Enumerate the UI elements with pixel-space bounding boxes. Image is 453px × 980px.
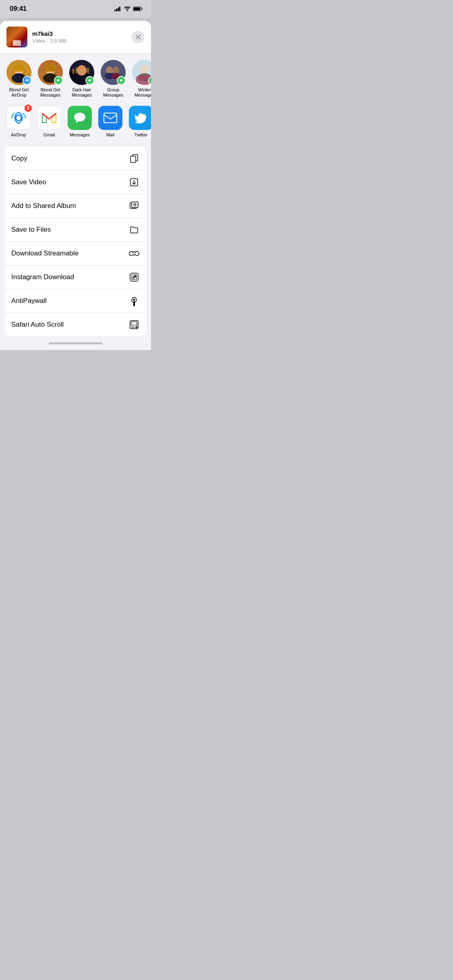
apps-section: 2 AirDrop Gmail — [0, 103, 151, 144]
share-subtitle: Video · 3.8 MB — [32, 38, 127, 44]
app-item-twitter[interactable]: Twitter — [129, 106, 151, 137]
action-copy[interactable]: Copy — [5, 147, 146, 171]
messages-icon-large — [72, 111, 87, 125]
gmail-app-icon — [37, 106, 61, 130]
messages-app-icon — [68, 106, 92, 130]
app-item-messages[interactable]: Messages — [68, 106, 92, 137]
svg-point-41 — [151, 78, 151, 82]
contact-item[interactable]: GroupMessages — [101, 60, 126, 98]
airdrop-icon-small — [24, 78, 30, 83]
contact-avatar-wrap — [38, 60, 63, 85]
share-header: m7kai3 Video · 3.8 MB — [0, 21, 151, 54]
status-time: 09:41 — [10, 5, 27, 13]
svg-point-10 — [26, 80, 28, 81]
status-icons — [114, 6, 143, 11]
svg-point-53 — [134, 204, 135, 205]
airdrop-badge — [23, 76, 31, 85]
action-safari-auto-scroll[interactable]: Safari Auto Scroll — [5, 313, 146, 336]
contact-name-1: Blond GirlAirDrop — [9, 87, 29, 98]
contact-avatar-wrap — [101, 60, 126, 85]
action-shared-album[interactable]: Add to Shared Album — [5, 194, 146, 218]
antipaywall-icon — [128, 295, 140, 307]
svg-rect-5 — [134, 8, 141, 10]
status-bar: 09:41 — [0, 0, 151, 18]
app-icon-wrap-mail — [98, 106, 122, 130]
copy-label: Copy — [11, 154, 27, 163]
contacts-section: Blond GirlAirDrop — [0, 54, 151, 103]
svg-point-45 — [74, 113, 85, 121]
save-files-icon — [128, 224, 140, 235]
app-icon-wrap-messages — [68, 106, 92, 130]
airdrop-badge-count: 2 — [24, 104, 32, 112]
svg-point-16 — [57, 79, 60, 81]
save-files-label: Save to Files — [11, 226, 51, 234]
svg-rect-46 — [104, 113, 117, 123]
instagram-download-icon — [128, 272, 140, 283]
save-video-label: Save Video — [11, 178, 46, 186]
action-antipaywall[interactable]: AntiPaywall — [5, 289, 146, 313]
svg-point-35 — [120, 79, 123, 81]
svg-rect-48 — [130, 156, 136, 163]
action-instagram-download[interactable]: Instagram Download — [5, 266, 146, 289]
svg-rect-23 — [76, 67, 77, 74]
svg-point-25 — [77, 65, 87, 76]
mail-label: Mail — [106, 132, 114, 137]
messages-icon-small-3 — [118, 78, 124, 83]
close-icon — [135, 34, 141, 40]
contact-name-4: GroupMessages — [103, 87, 123, 98]
gmail-label: Gmail — [43, 132, 55, 137]
svg-rect-22 — [72, 69, 74, 74]
gmail-icon — [41, 112, 57, 124]
share-thumbnail — [6, 27, 27, 47]
app-icon-wrap-gmail — [37, 106, 61, 130]
action-download-streamable[interactable]: Download Streamable — [5, 242, 146, 266]
contact-item[interactable]: WinterMessages — [132, 60, 151, 98]
svg-point-58 — [133, 299, 135, 301]
airdrop-icon — [11, 110, 26, 126]
home-indicator — [0, 336, 151, 350]
action-save-video[interactable]: Save Video — [5, 171, 146, 194]
share-title: m7kai3 — [32, 30, 127, 37]
antipaywall-label: AntiPaywall — [11, 297, 47, 305]
svg-rect-2 — [118, 8, 119, 11]
contact-avatar-wrap — [6, 60, 31, 85]
contact-item[interactable]: Blond GirlMessages — [38, 60, 63, 98]
messages-badge-3 — [117, 76, 126, 85]
app-item-mail[interactable]: Mail — [98, 106, 122, 137]
svg-rect-62 — [131, 322, 137, 325]
messages-label: Messages — [70, 132, 90, 137]
contact-name-2: Blond GirlMessages — [40, 87, 60, 98]
svg-rect-0 — [114, 10, 116, 11]
contact-item[interactable]: Dark HairMessages — [69, 60, 94, 98]
contact-name-3: Dark HairMessages — [72, 87, 92, 98]
copy-icon — [128, 153, 140, 164]
save-video-icon — [128, 177, 140, 188]
shared-album-label: Add to Shared Album — [11, 202, 76, 210]
contact-name-5: WinterMessages — [134, 87, 151, 98]
contact-item[interactable]: Blond GirlAirDrop — [6, 60, 31, 98]
share-sheet: m7kai3 Video · 3.8 MB — [0, 21, 151, 336]
svg-rect-3 — [119, 7, 120, 12]
airdrop-label: AirDrop — [11, 132, 26, 137]
twitter-app-icon — [129, 106, 151, 130]
messages-icon-small — [56, 78, 61, 83]
mail-icon — [103, 112, 118, 124]
app-item-airdrop[interactable]: 2 AirDrop — [6, 106, 31, 137]
messages-icon-small-2 — [87, 78, 93, 83]
safari-auto-scroll-icon — [128, 319, 140, 330]
home-bar — [49, 342, 103, 344]
close-button[interactable] — [132, 31, 145, 43]
app-icon-wrap-twitter — [129, 106, 151, 130]
svg-rect-59 — [133, 301, 135, 305]
safari-auto-scroll-label: Safari Auto Scroll — [11, 321, 64, 329]
action-save-files[interactable]: Save to Files — [5, 218, 146, 242]
instagram-download-label: Instagram Download — [11, 273, 74, 281]
share-meta: m7kai3 Video · 3.8 MB — [32, 30, 127, 44]
download-streamable-label: Download Streamable — [11, 249, 79, 257]
actions-section: Copy Save Video Add to Shared Album — [5, 147, 146, 336]
twitter-icon — [134, 111, 147, 124]
app-item-gmail[interactable]: Gmail — [37, 106, 61, 137]
battery-icon — [133, 6, 143, 11]
contact-avatar-wrap — [69, 60, 94, 85]
messages-icon-small-4 — [150, 78, 151, 83]
